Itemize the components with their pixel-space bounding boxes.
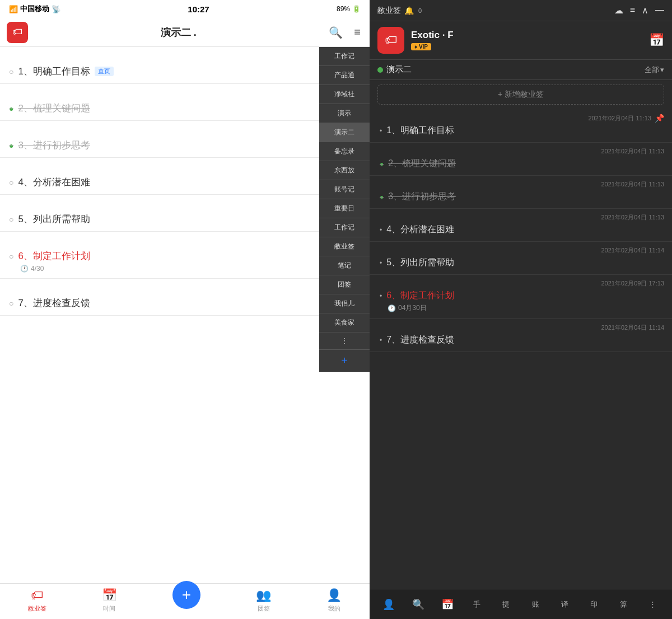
rp-list-item[interactable]: 2021年02月04日 11:14 • 5、列出所需帮助: [370, 242, 672, 275]
vip-badge: ♦ VIP: [411, 43, 431, 50]
sidebar-item[interactable]: 笔记: [319, 256, 370, 275]
list-item[interactable]: 2021/2/4 11:13 ○ 4、分析潜在困难: [0, 158, 370, 195]
rp-list-item[interactable]: 2021年02月09日 17:13 • 6、制定工作计划 🕐 04月30日: [370, 275, 672, 319]
rp-tool-hand[interactable]: 手: [469, 599, 484, 609]
list-item[interactable]: 2021/2/4 11:13 ● 3、进行初步思考: [0, 121, 370, 158]
search-icon[interactable]: 🔍: [329, 26, 343, 39]
sidebar-item[interactable]: 演示: [319, 104, 370, 123]
rp-bullet-icon: •: [380, 292, 382, 300]
rp-tool-translate[interactable]: 译: [557, 599, 573, 609]
sidebar-item[interactable]: 美食家: [319, 313, 370, 332]
status-battery: 89% 🔋: [337, 5, 361, 13]
rp-item-time: 2021年02月09日 17:13: [377, 279, 664, 288]
calendar-icon: 📅: [102, 588, 117, 603]
list-item[interactable]: 2021/2/4 11:13 ● 2、梳理关键问题: [0, 84, 370, 121]
nav-title: 演示二 .: [161, 26, 197, 39]
active-dot: [377, 67, 383, 73]
rp-tool-person[interactable]: 👤: [381, 598, 396, 611]
rp-tool-print[interactable]: 印: [586, 599, 602, 609]
list-item[interactable]: 2021/2/4 11:13 ○ 1、明确工作目标 直页: [0, 47, 370, 84]
list-item[interactable]: 2021/2/4 11:14 ○ 5、列出所需帮助: [0, 195, 370, 232]
bullet-icon: ○: [9, 299, 13, 308]
chevron-up-icon[interactable]: ∧: [642, 5, 648, 16]
rp-item-title: • 5、列出所需帮助: [377, 257, 664, 269]
bullet-icon: ○: [9, 178, 13, 187]
list-item[interactable]: 2021/2/4 11:14 ○ 7、进度检查反馈: [0, 279, 370, 316]
rp-item-title: • 1、明确工作目标: [377, 125, 664, 137]
list-icon[interactable]: ≡: [630, 5, 635, 16]
rp-topbar: 敝业签 🔔 0 ☁ ≡ ∧ —: [370, 0, 672, 21]
rp-tool-carry[interactable]: 提: [498, 599, 514, 609]
status-time: 10:27: [188, 4, 209, 14]
rp-add-tag-button[interactable]: + 新增敝业签: [377, 85, 664, 105]
rp-bullet-icon: •: [380, 127, 382, 135]
sidebar-item[interactable]: 账号记: [319, 180, 370, 199]
tag-badge: 直页: [95, 67, 114, 76]
sidebar-item[interactable]: 我侣儿: [319, 294, 370, 313]
item-title: ● 3、进行初步思考: [9, 139, 361, 152]
rp-item-title: ● 2、梳理关键问题: [377, 158, 664, 170]
item-time: 2021/2/4 11:13: [9, 166, 361, 172]
bottom-nav-mine[interactable]: 👤 我的: [326, 588, 342, 613]
group-icon: 👥: [256, 588, 271, 603]
rp-filter-all-button[interactable]: 全部 ▾: [645, 65, 664, 75]
rp-bullet-icon: ●: [380, 193, 384, 201]
notes-list: 2021/2/4 11:13 ○ 1、明确工作目标 直页 2021/2/4 11…: [0, 47, 370, 583]
item-title: ○ 5、列出所需帮助: [9, 213, 361, 226]
sidebar-item[interactable]: 工作记: [319, 47, 370, 66]
rp-list-item[interactable]: 2021年02月04日 11:13 📌 • 1、明确工作目标: [370, 109, 672, 143]
left-phone: 📶 中国移动 📡 10:27 89% 🔋 🏷 演示二 . 🔍 ≡ 2021/2/…: [0, 0, 370, 619]
battery-icon: 🔋: [352, 5, 361, 13]
rp-list-item[interactable]: 2021年02月04日 11:13 • 4、分析潜在困难: [370, 209, 672, 242]
sidebar-item[interactable]: 工作记: [319, 218, 370, 237]
rp-filter-bar: 演示二 全部 ▾: [370, 60, 672, 80]
item-title: ○ 4、分析潜在困难: [9, 176, 361, 189]
rp-list-item[interactable]: 2021年02月04日 11:14 • 7、进度检查反馈: [370, 319, 672, 352]
sidebar-item-active[interactable]: 演示二: [319, 123, 370, 142]
bullet-icon: ●: [9, 104, 13, 113]
list-item[interactable]: 2021/2/9 17:13 ○ 6、制定工作计划 🕐 4/30: [0, 232, 370, 279]
right-panel: 敝业签 🔔 0 ☁ ≡ ∧ — 🏷 Exotic · F ♦ VIP 📅 演示二…: [370, 0, 672, 619]
sidebar-item[interactable]: 备忘录: [319, 142, 370, 161]
sidebar-more-icon[interactable]: ⋮: [319, 332, 370, 350]
rp-tool-calendar[interactable]: 📅: [440, 598, 455, 611]
sidebar-item[interactable]: 净域社: [319, 85, 370, 104]
person-icon: 👤: [326, 588, 342, 603]
rp-topbar-right: ☁ ≡ ∧ —: [614, 5, 664, 16]
bullet-icon: ●: [9, 141, 13, 150]
user-avatar: 🏷: [377, 27, 404, 54]
rp-bullet-icon: •: [380, 226, 382, 234]
rp-item-time: 2021年02月04日 11:13: [377, 180, 664, 189]
minimize-icon[interactable]: —: [655, 5, 664, 16]
rp-tool-calc[interactable]: 算: [615, 599, 631, 609]
rp-item-time: 2021年02月04日 11:14: [377, 246, 664, 255]
rp-bell-count: 0: [418, 7, 422, 14]
bottom-nav-add-button[interactable]: +: [172, 581, 200, 609]
menu-icon[interactable]: ≡: [354, 26, 361, 39]
bottom-nav-time[interactable]: 📅 时间: [102, 588, 117, 613]
rp-tool-search[interactable]: 🔍: [410, 598, 426, 611]
rp-tool-more[interactable]: ⋮: [645, 600, 661, 608]
rp-list-item[interactable]: 2021年02月04日 11:13 ● 2、梳理关键问题: [370, 143, 672, 176]
item-time: 2021/2/4 11:14: [9, 203, 361, 209]
bottom-nav-bieyeqian[interactable]: 🏷 敝业签: [28, 588, 46, 613]
clock-icon: 🕐: [20, 265, 29, 273]
cloud-icon[interactable]: ☁: [614, 5, 623, 16]
sidebar-item[interactable]: 团签: [319, 275, 370, 294]
bottom-nav-tuanqian[interactable]: 👥 团签: [256, 588, 271, 613]
rp-item-time: 2021年02月04日 11:14: [377, 323, 664, 332]
rp-calendar-icon[interactable]: 📅: [649, 33, 664, 48]
rp-username: Exotic · F: [411, 30, 454, 41]
rp-filter-label: 演示二: [377, 64, 412, 75]
rp-tool-account[interactable]: 账: [528, 599, 543, 609]
sidebar-item[interactable]: 敝业签: [319, 237, 370, 256]
sidebar-item[interactable]: 重要日: [319, 199, 370, 218]
app-logo[interactable]: 🏷: [7, 22, 28, 43]
rp-list-item[interactable]: 2021年02月04日 11:13 ● 3、进行初步思考: [370, 176, 672, 209]
sidebar-item[interactable]: 东西放: [319, 161, 370, 180]
sidebar-item[interactable]: 产品通: [319, 66, 370, 85]
rp-topbar-left: 敝业签 🔔 0: [377, 6, 422, 16]
rp-bullet-icon: ●: [380, 160, 384, 168]
rp-item-subinfo: 🕐 04月30日: [377, 303, 664, 313]
sidebar-add-icon[interactable]: +: [319, 350, 370, 372]
